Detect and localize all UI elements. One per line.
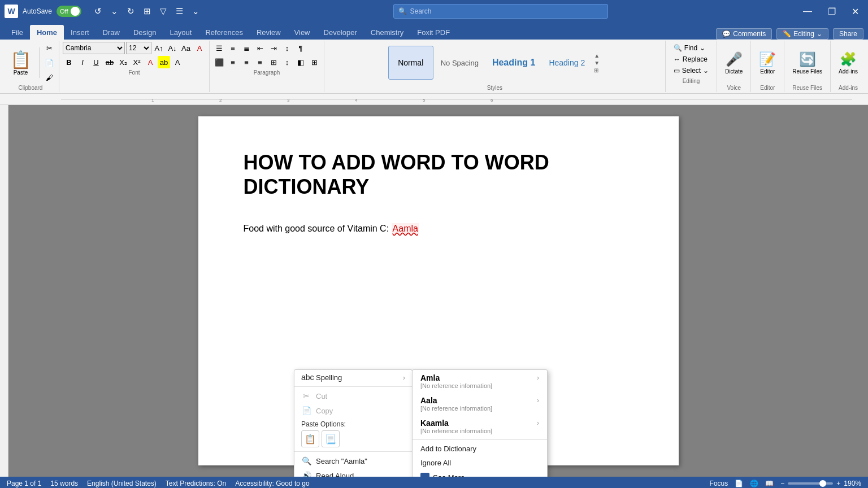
tab-draw[interactable]: Draw (96, 25, 127, 40)
styles-expand[interactable]: ⊞ (592, 67, 601, 74)
shading-para-button[interactable]: ◧ (294, 56, 307, 68)
align-right-button[interactable]: ≡ (240, 56, 253, 68)
voice-content: 🎤 Dictate (721, 42, 747, 84)
zoom-out-button[interactable]: − (780, 480, 784, 487)
decrease-indent-button[interactable]: ⇤ (254, 42, 266, 54)
share-button[interactable]: Share (833, 28, 863, 40)
editor-button[interactable]: 📝 Editor (754, 49, 780, 77)
undo-dropdown-button[interactable]: ⌄ (108, 5, 121, 18)
search-bar[interactable]: 🔍 Search (393, 4, 608, 19)
restore-button[interactable]: ❐ (823, 6, 840, 17)
subscript-button[interactable]: X₂ (117, 56, 129, 68)
suggestion1-item[interactable]: Amla › [No reference information] (413, 370, 547, 393)
document-area[interactable]: HOW TO ADD WORD TO WORD DICTIONARY Food … (8, 105, 868, 477)
minimize-button[interactable]: — (798, 6, 817, 16)
zoom-in-button[interactable]: + (836, 480, 840, 487)
comments-button[interactable]: 💬 Comments (716, 28, 772, 40)
view-read-icon[interactable]: 📖 (765, 480, 774, 487)
bullets-button[interactable]: ☰ (213, 42, 225, 54)
tab-view[interactable]: View (288, 25, 317, 40)
tab-home[interactable]: Home (30, 25, 64, 40)
quick-access-btn2[interactable]: ▽ (157, 5, 170, 18)
font-name-select[interactable]: Cambria (63, 42, 125, 54)
borders-button[interactable]: ⊞ (308, 56, 320, 68)
editing-group: 🔍 Find ⌄ ↔ Replace ▭ Select ⌄ Editing (666, 41, 717, 92)
bold-button[interactable]: B (63, 56, 75, 68)
tab-chemistry[interactable]: Chemistry (364, 25, 411, 40)
view-normal-icon[interactable]: 📄 (735, 480, 743, 487)
font-size-select[interactable]: 12 (126, 42, 151, 54)
italic-button[interactable]: I (76, 56, 89, 68)
editing-button[interactable]: ✏️ Editing ⌄ (776, 28, 828, 40)
dictate-button[interactable]: 🎤 Dictate (721, 49, 747, 77)
cut-button[interactable]: ✂ (43, 42, 55, 54)
strikethrough-button[interactable]: ab (103, 56, 116, 68)
highlight-button[interactable]: ab (158, 56, 170, 68)
copy-button[interactable]: 📄 (43, 56, 55, 69)
suggestion3-item[interactable]: Kaamla › [No reference information] (413, 415, 547, 438)
addins-button[interactable]: 🧩 Add-ins (834, 49, 862, 77)
change-case-button[interactable]: Aa (180, 42, 192, 54)
close-button[interactable]: ✕ (847, 6, 863, 17)
paste-keep-source-button[interactable]: 📋 (301, 430, 319, 447)
clear-formatting-button[interactable]: A (193, 42, 206, 54)
font-color-button[interactable]: A (144, 56, 157, 68)
pilcrow-button[interactable]: ¶ (294, 42, 307, 54)
document-body[interactable]: Food with good source of Vitamin C: Aaml… (244, 221, 633, 236)
replace-button[interactable]: ↔ Replace (671, 54, 711, 64)
font-grow-button[interactable]: A↑ (153, 42, 165, 54)
underline-button[interactable]: U (90, 56, 102, 68)
format-painter-button[interactable]: 🖌 (43, 71, 55, 84)
style-normal-button[interactable]: Normal (388, 46, 433, 80)
search-placeholder: Search (410, 7, 432, 15)
tab-layout[interactable]: Layout (163, 25, 198, 40)
suggestion2-item[interactable]: Aala › [No reference information] (413, 393, 547, 415)
ignore-all-button[interactable]: Ignore All (413, 456, 547, 470)
misspelled-word[interactable]: Aamla (392, 223, 419, 234)
tab-references[interactable]: References (198, 25, 249, 40)
superscript-button[interactable]: X² (131, 56, 143, 68)
spelling-menu-item[interactable]: abc Spelling › (294, 370, 412, 385)
zoom-slider[interactable] (788, 482, 833, 485)
align-left-button[interactable]: ⬛ (213, 56, 225, 68)
style-nospacing-button[interactable]: No Spacing (435, 46, 485, 80)
reuse-button[interactable]: 🔄 Reuse Files (788, 49, 827, 77)
shading-button[interactable]: A (171, 56, 184, 68)
quick-access-btn4[interactable]: ⌄ (189, 5, 202, 18)
quick-access-btn1[interactable]: ⊞ (141, 5, 154, 18)
paste-merge-button[interactable]: 📃 (322, 430, 340, 447)
styles-scroll-down[interactable]: ▼ (592, 59, 601, 67)
quick-access-btn3[interactable]: ☰ (173, 5, 186, 18)
columns-button[interactable]: ⊞ (267, 56, 280, 68)
justify-button[interactable]: ≡ (254, 56, 266, 68)
sort-button[interactable]: ↕ (281, 42, 293, 54)
redo-button[interactable]: ↻ (124, 5, 137, 18)
find-button[interactable]: 🔍 Find ⌄ (671, 43, 711, 53)
select-button[interactable]: ▭ Select ⌄ (671, 66, 711, 76)
undo-button[interactable]: ↺ (92, 5, 105, 18)
increase-indent-button[interactable]: ⇥ (267, 42, 280, 54)
line-spacing-button[interactable]: ↕ (281, 56, 293, 68)
tab-file[interactable]: File (5, 25, 30, 40)
read-aloud-menu-item[interactable]: 🔊 Read Aloud (294, 468, 412, 477)
autosave-toggle[interactable]: Off (57, 6, 81, 17)
tab-review[interactable]: Review (250, 25, 288, 40)
style-heading2-button[interactable]: Heading 2 (542, 46, 591, 80)
see-more-button[interactable]: See More (413, 470, 547, 477)
zoom-thumb[interactable] (819, 480, 826, 487)
multilevel-button[interactable]: ≣ (240, 42, 253, 54)
add-to-dictionary-button[interactable]: Add to Dictionary (413, 442, 547, 456)
numbering-button[interactable]: ≡ (227, 42, 239, 54)
focus-label[interactable]: Focus (710, 480, 728, 487)
tab-design[interactable]: Design (127, 25, 163, 40)
tab-insert[interactable]: Insert (64, 25, 96, 40)
align-center-button[interactable]: ≡ (227, 56, 239, 68)
font-shrink-button[interactable]: A↓ (166, 42, 179, 54)
styles-scroll-up[interactable]: ▲ (592, 52, 601, 59)
search-menu-item[interactable]: 🔍 Search "Aamla" (294, 454, 412, 468)
tab-foxit[interactable]: Foxit PDF (410, 25, 457, 40)
view-web-icon[interactable]: 🌐 (750, 480, 758, 487)
tab-developer[interactable]: Developer (317, 25, 364, 40)
paste-button[interactable]: 📋 Paste (6, 47, 36, 78)
style-heading1-button[interactable]: Heading 1 (486, 46, 541, 80)
